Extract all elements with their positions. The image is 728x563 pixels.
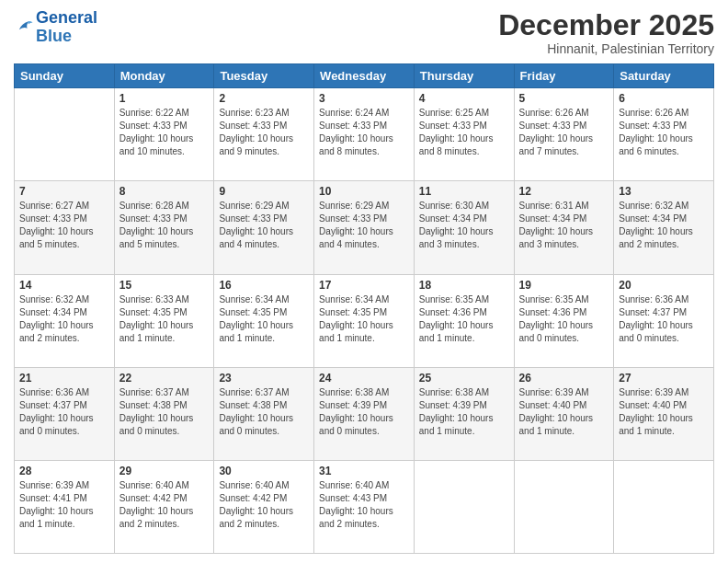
- table-row: 27Sunrise: 6:39 AM Sunset: 4:40 PM Dayli…: [614, 367, 714, 460]
- day-number: 19: [519, 279, 609, 292]
- day-number: 18: [419, 279, 509, 292]
- table-row: 9Sunrise: 6:29 AM Sunset: 4:33 PM Daylig…: [214, 181, 314, 274]
- page: General Blue December 2025 Hinnanit, Pal…: [0, 0, 728, 563]
- calendar-week-1: 1Sunrise: 6:22 AM Sunset: 4:33 PM Daylig…: [15, 88, 714, 181]
- day-number: 30: [219, 465, 309, 477]
- day-number: 24: [319, 372, 409, 385]
- day-number: 3: [319, 92, 409, 105]
- day-number: 11: [419, 185, 509, 198]
- table-row: 13Sunrise: 6:32 AM Sunset: 4:34 PM Dayli…: [614, 181, 714, 274]
- day-info: Sunrise: 6:39 AM Sunset: 4:41 PM Dayligh…: [19, 479, 109, 531]
- table-row: 28Sunrise: 6:39 AM Sunset: 4:41 PM Dayli…: [15, 460, 115, 553]
- table-row: 8Sunrise: 6:28 AM Sunset: 4:33 PM Daylig…: [114, 181, 214, 274]
- table-row: 18Sunrise: 6:35 AM Sunset: 4:36 PM Dayli…: [414, 274, 514, 367]
- day-info: Sunrise: 6:25 AM Sunset: 4:33 PM Dayligh…: [419, 107, 509, 158]
- table-row: 4Sunrise: 6:25 AM Sunset: 4:33 PM Daylig…: [414, 88, 514, 181]
- day-info: Sunrise: 6:38 AM Sunset: 4:39 PM Dayligh…: [319, 386, 409, 438]
- day-number: 4: [419, 92, 509, 105]
- table-row: 31Sunrise: 6:40 AM Sunset: 4:43 PM Dayli…: [314, 460, 415, 553]
- table-row: [15, 88, 115, 181]
- day-number: 29: [119, 465, 210, 477]
- calendar-title: December 2025: [498, 9, 714, 41]
- table-row: 1Sunrise: 6:22 AM Sunset: 4:33 PM Daylig…: [114, 88, 214, 181]
- table-row: 5Sunrise: 6:26 AM Sunset: 4:33 PM Daylig…: [514, 88, 614, 181]
- day-number: 22: [119, 372, 210, 385]
- day-info: Sunrise: 6:40 AM Sunset: 4:42 PM Dayligh…: [119, 479, 210, 531]
- table-row: [414, 460, 514, 553]
- logo-text: General Blue: [36, 9, 97, 46]
- calendar-week-5: 28Sunrise: 6:39 AM Sunset: 4:41 PM Dayli…: [15, 460, 714, 553]
- col-wednesday: Wednesday: [314, 64, 415, 88]
- day-info: Sunrise: 6:22 AM Sunset: 4:33 PM Dayligh…: [119, 107, 210, 158]
- col-saturday: Saturday: [614, 64, 714, 88]
- day-number: 12: [519, 185, 609, 198]
- table-row: [614, 460, 714, 553]
- table-row: 10Sunrise: 6:29 AM Sunset: 4:33 PM Dayli…: [314, 181, 415, 274]
- day-info: Sunrise: 6:40 AM Sunset: 4:42 PM Dayligh…: [219, 479, 309, 531]
- col-monday: Monday: [114, 64, 214, 88]
- calendar-week-3: 14Sunrise: 6:32 AM Sunset: 4:34 PM Dayli…: [15, 274, 714, 367]
- day-number: 6: [619, 92, 709, 105]
- day-info: Sunrise: 6:32 AM Sunset: 4:34 PM Dayligh…: [619, 200, 709, 251]
- table-row: 21Sunrise: 6:36 AM Sunset: 4:37 PM Dayli…: [15, 367, 115, 460]
- day-info: Sunrise: 6:36 AM Sunset: 4:37 PM Dayligh…: [619, 293, 709, 345]
- day-number: 20: [619, 279, 709, 292]
- title-block: December 2025 Hinnanit, Palestinian Terr…: [498, 9, 714, 56]
- day-info: Sunrise: 6:35 AM Sunset: 4:36 PM Dayligh…: [519, 293, 609, 345]
- logo-bird-icon: [14, 17, 34, 38]
- day-number: 7: [19, 185, 109, 198]
- day-info: Sunrise: 6:35 AM Sunset: 4:36 PM Dayligh…: [419, 293, 509, 345]
- day-number: 13: [619, 185, 709, 198]
- day-info: Sunrise: 6:39 AM Sunset: 4:40 PM Dayligh…: [519, 386, 609, 438]
- table-row: [514, 460, 614, 553]
- table-row: 23Sunrise: 6:37 AM Sunset: 4:38 PM Dayli…: [214, 367, 314, 460]
- day-number: 23: [219, 372, 309, 385]
- day-info: Sunrise: 6:26 AM Sunset: 4:33 PM Dayligh…: [619, 107, 709, 158]
- day-number: 8: [119, 185, 210, 198]
- table-row: 24Sunrise: 6:38 AM Sunset: 4:39 PM Dayli…: [314, 367, 415, 460]
- header: General Blue December 2025 Hinnanit, Pal…: [14, 9, 714, 56]
- calendar-header-row: Sunday Monday Tuesday Wednesday Thursday…: [15, 64, 714, 88]
- day-number: 10: [319, 185, 409, 198]
- day-number: 31: [319, 465, 409, 477]
- table-row: 3Sunrise: 6:24 AM Sunset: 4:33 PM Daylig…: [314, 88, 415, 181]
- logo-general: General: [36, 8, 97, 27]
- day-info: Sunrise: 6:33 AM Sunset: 4:35 PM Dayligh…: [119, 293, 210, 345]
- day-info: Sunrise: 6:40 AM Sunset: 4:43 PM Dayligh…: [319, 479, 409, 531]
- table-row: 20Sunrise: 6:36 AM Sunset: 4:37 PM Dayli…: [614, 274, 714, 367]
- calendar-week-2: 7Sunrise: 6:27 AM Sunset: 4:33 PM Daylig…: [15, 181, 714, 274]
- table-row: 22Sunrise: 6:37 AM Sunset: 4:38 PM Dayli…: [114, 367, 214, 460]
- day-number: 25: [419, 372, 509, 385]
- table-row: 15Sunrise: 6:33 AM Sunset: 4:35 PM Dayli…: [114, 274, 214, 367]
- table-row: 16Sunrise: 6:34 AM Sunset: 4:35 PM Dayli…: [214, 274, 314, 367]
- day-info: Sunrise: 6:36 AM Sunset: 4:37 PM Dayligh…: [19, 386, 109, 438]
- table-row: 11Sunrise: 6:30 AM Sunset: 4:34 PM Dayli…: [414, 181, 514, 274]
- day-number: 28: [19, 465, 109, 477]
- calendar-table: Sunday Monday Tuesday Wednesday Thursday…: [14, 63, 714, 554]
- day-number: 5: [519, 92, 609, 105]
- table-row: 26Sunrise: 6:39 AM Sunset: 4:40 PM Dayli…: [514, 367, 614, 460]
- day-number: 17: [319, 279, 409, 292]
- day-info: Sunrise: 6:26 AM Sunset: 4:33 PM Dayligh…: [519, 107, 609, 158]
- day-info: Sunrise: 6:34 AM Sunset: 4:35 PM Dayligh…: [319, 293, 409, 345]
- table-row: 7Sunrise: 6:27 AM Sunset: 4:33 PM Daylig…: [15, 181, 115, 274]
- day-info: Sunrise: 6:37 AM Sunset: 4:38 PM Dayligh…: [219, 386, 309, 438]
- day-number: 1: [119, 92, 210, 105]
- table-row: 12Sunrise: 6:31 AM Sunset: 4:34 PM Dayli…: [514, 181, 614, 274]
- table-row: 30Sunrise: 6:40 AM Sunset: 4:42 PM Dayli…: [214, 460, 314, 553]
- day-info: Sunrise: 6:31 AM Sunset: 4:34 PM Dayligh…: [519, 200, 609, 251]
- day-info: Sunrise: 6:34 AM Sunset: 4:35 PM Dayligh…: [219, 293, 309, 345]
- logo-blue: Blue: [36, 27, 72, 45]
- day-info: Sunrise: 6:27 AM Sunset: 4:33 PM Dayligh…: [19, 200, 109, 251]
- day-info: Sunrise: 6:29 AM Sunset: 4:33 PM Dayligh…: [319, 200, 409, 251]
- day-number: 16: [219, 279, 309, 292]
- table-row: 17Sunrise: 6:34 AM Sunset: 4:35 PM Dayli…: [314, 274, 415, 367]
- col-thursday: Thursday: [414, 64, 514, 88]
- day-info: Sunrise: 6:32 AM Sunset: 4:34 PM Dayligh…: [19, 293, 109, 345]
- day-info: Sunrise: 6:38 AM Sunset: 4:39 PM Dayligh…: [419, 386, 509, 438]
- day-number: 2: [219, 92, 309, 105]
- day-info: Sunrise: 6:29 AM Sunset: 4:33 PM Dayligh…: [219, 200, 309, 251]
- table-row: 2Sunrise: 6:23 AM Sunset: 4:33 PM Daylig…: [214, 88, 314, 181]
- day-number: 21: [19, 372, 109, 385]
- day-info: Sunrise: 6:37 AM Sunset: 4:38 PM Dayligh…: [119, 386, 210, 438]
